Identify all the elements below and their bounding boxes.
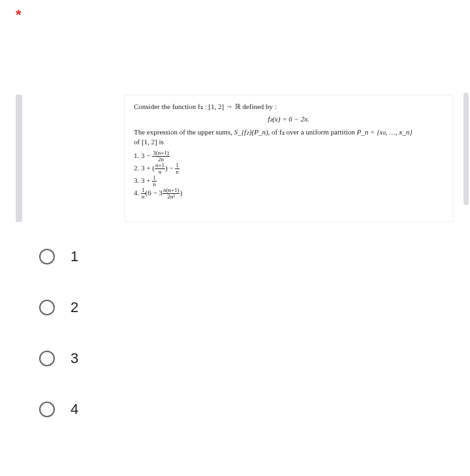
option-label: 1 bbox=[70, 248, 78, 265]
radio-icon bbox=[39, 249, 55, 264]
radio-icon bbox=[39, 300, 55, 315]
required-star: * bbox=[16, 7, 22, 24]
answer-item-3: 3. 3 + 1n bbox=[134, 175, 443, 187]
problem-line-1: Consider the function f₂ : [1, 2] → ℝ de… bbox=[134, 102, 443, 112]
option-label: 4 bbox=[70, 401, 78, 418]
options-group: 1 2 3 4 bbox=[39, 248, 78, 452]
radio-icon bbox=[39, 402, 55, 417]
problem-line-4: of [1, 2] is bbox=[134, 137, 443, 147]
answer-item-1: 1. 3 − 3(n+1)2n bbox=[134, 150, 443, 163]
option-2[interactable]: 2 bbox=[39, 299, 78, 316]
question-image: Consider the function f₂ : [1, 2] → ℝ de… bbox=[124, 95, 453, 222]
page-scrollbar[interactable] bbox=[463, 93, 469, 205]
option-1[interactable]: 1 bbox=[39, 248, 78, 265]
option-label: 2 bbox=[70, 299, 78, 316]
image-drag-bar bbox=[16, 95, 22, 222]
option-3[interactable]: 3 bbox=[39, 350, 78, 367]
radio-icon bbox=[39, 351, 55, 366]
answer-item-2: 2. 3 + (n+1n) − 1n bbox=[134, 163, 443, 175]
option-4[interactable]: 4 bbox=[39, 401, 78, 418]
answer-item-4: 4. 1n(6 − 3n(n+1)2n²) bbox=[134, 187, 443, 200]
option-label: 3 bbox=[70, 350, 78, 367]
problem-equation: f₂(x) = 6 − 2x. bbox=[134, 114, 443, 124]
problem-line-3: The expression of the upper sums, S_{f₂}… bbox=[134, 127, 443, 137]
